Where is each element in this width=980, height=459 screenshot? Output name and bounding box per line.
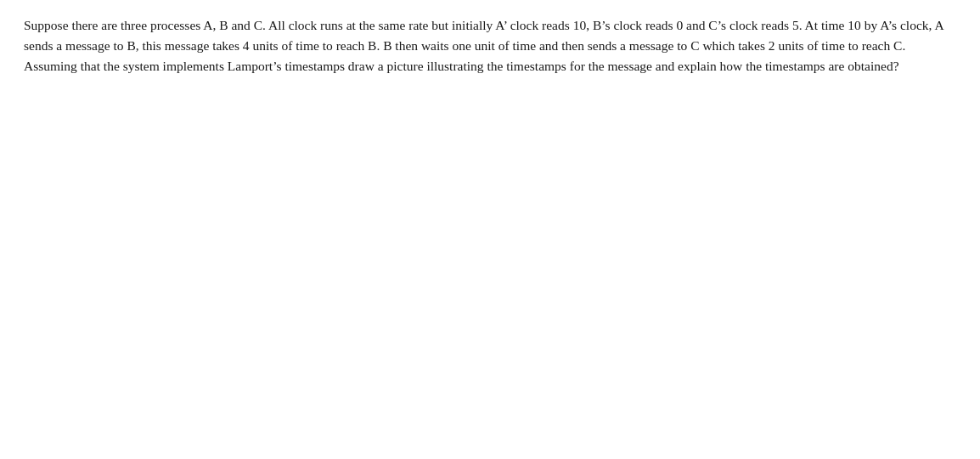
page-container: Suppose there are three processes A, B a… (0, 0, 980, 94)
question-paragraph: Suppose there are three processes A, B a… (24, 15, 956, 76)
